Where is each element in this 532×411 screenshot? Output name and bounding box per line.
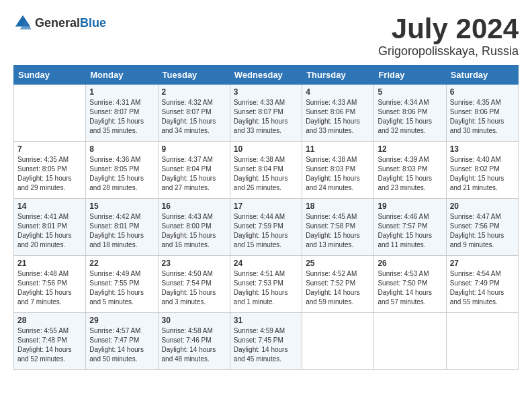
- day-number: 20: [450, 201, 515, 211]
- day-info: Sunrise: 4:59 AM Sunset: 7:45 PM Dayligh…: [234, 326, 298, 364]
- day-number: 2: [162, 87, 226, 97]
- day-number: 10: [234, 144, 298, 154]
- calendar-cell: 12Sunrise: 4:39 AM Sunset: 8:03 PM Dayli…: [374, 142, 446, 199]
- calendar-cell: 31Sunrise: 4:59 AM Sunset: 7:45 PM Dayli…: [230, 313, 302, 370]
- day-number: 3: [234, 87, 298, 97]
- weekday-header-sunday: Sunday: [14, 66, 86, 85]
- calendar-cell: 16Sunrise: 4:43 AM Sunset: 8:00 PM Dayli…: [158, 199, 230, 256]
- day-info: Sunrise: 4:43 AM Sunset: 8:00 PM Dayligh…: [162, 212, 226, 250]
- logo-icon: [13, 13, 32, 32]
- logo-general: General: [35, 16, 80, 30]
- day-number: 1: [89, 87, 154, 97]
- day-number: 11: [306, 144, 370, 154]
- day-info: Sunrise: 4:52 AM Sunset: 7:52 PM Dayligh…: [306, 269, 370, 307]
- calendar-cell: 9Sunrise: 4:37 AM Sunset: 8:04 PM Daylig…: [158, 142, 230, 199]
- week-row-5: 28Sunrise: 4:55 AM Sunset: 7:48 PM Dayli…: [14, 313, 519, 370]
- day-number: 19: [378, 201, 442, 211]
- calendar-cell: 23Sunrise: 4:50 AM Sunset: 7:54 PM Dayli…: [158, 256, 230, 313]
- week-row-4: 21Sunrise: 4:48 AM Sunset: 7:56 PM Dayli…: [14, 256, 519, 313]
- day-number: 7: [17, 144, 82, 154]
- calendar-cell: 21Sunrise: 4:48 AM Sunset: 7:56 PM Dayli…: [14, 256, 86, 313]
- day-info: Sunrise: 4:48 AM Sunset: 7:56 PM Dayligh…: [17, 269, 82, 307]
- day-number: 31: [234, 316, 298, 325]
- day-info: Sunrise: 4:50 AM Sunset: 7:54 PM Dayligh…: [162, 269, 226, 307]
- calendar-cell: 8Sunrise: 4:36 AM Sunset: 8:05 PM Daylig…: [86, 142, 158, 199]
- day-info: Sunrise: 4:33 AM Sunset: 8:07 PM Dayligh…: [234, 98, 298, 136]
- calendar-cell: 2Sunrise: 4:32 AM Sunset: 8:07 PM Daylig…: [158, 85, 230, 142]
- calendar-cell: 30Sunrise: 4:58 AM Sunset: 7:46 PM Dayli…: [158, 313, 230, 370]
- day-info: Sunrise: 4:51 AM Sunset: 7:53 PM Dayligh…: [234, 269, 298, 307]
- page-header: GeneralBlue July 2024 Grigoropolisskaya,…: [13, 13, 519, 58]
- calendar-cell: 20Sunrise: 4:47 AM Sunset: 7:56 PM Dayli…: [446, 199, 518, 256]
- calendar-cell: 15Sunrise: 4:42 AM Sunset: 8:01 PM Dayli…: [86, 199, 158, 256]
- day-number: 14: [17, 201, 82, 211]
- calendar-cell: 29Sunrise: 4:57 AM Sunset: 7:47 PM Dayli…: [86, 313, 158, 370]
- calendar-cell: 18Sunrise: 4:45 AM Sunset: 7:58 PM Dayli…: [302, 199, 374, 256]
- day-info: Sunrise: 4:33 AM Sunset: 8:06 PM Dayligh…: [306, 98, 370, 136]
- day-info: Sunrise: 4:45 AM Sunset: 7:58 PM Dayligh…: [306, 212, 370, 250]
- calendar-cell: 22Sunrise: 4:49 AM Sunset: 7:55 PM Dayli…: [86, 256, 158, 313]
- calendar-table: SundayMondayTuesdayWednesdayThursdayFrid…: [13, 65, 519, 370]
- day-number: 24: [234, 259, 298, 268]
- calendar-cell: [446, 313, 518, 370]
- calendar-cell: 1Sunrise: 4:31 AM Sunset: 8:07 PM Daylig…: [86, 85, 158, 142]
- day-info: Sunrise: 4:55 AM Sunset: 7:48 PM Dayligh…: [17, 326, 82, 364]
- day-number: 22: [89, 259, 154, 268]
- day-info: Sunrise: 4:31 AM Sunset: 8:07 PM Dayligh…: [89, 98, 154, 136]
- calendar-cell: 26Sunrise: 4:53 AM Sunset: 7:50 PM Dayli…: [374, 256, 446, 313]
- day-info: Sunrise: 4:44 AM Sunset: 7:59 PM Dayligh…: [234, 212, 298, 250]
- day-number: 16: [162, 201, 226, 211]
- calendar-cell: 10Sunrise: 4:38 AM Sunset: 8:04 PM Dayli…: [230, 142, 302, 199]
- day-info: Sunrise: 4:47 AM Sunset: 7:56 PM Dayligh…: [450, 212, 515, 250]
- day-number: 21: [17, 259, 82, 268]
- calendar-cell: 24Sunrise: 4:51 AM Sunset: 7:53 PM Dayli…: [230, 256, 302, 313]
- weekday-header-row: SundayMondayTuesdayWednesdayThursdayFrid…: [14, 66, 519, 85]
- day-info: Sunrise: 4:40 AM Sunset: 8:02 PM Dayligh…: [450, 155, 515, 193]
- day-number: 4: [306, 87, 370, 97]
- day-number: 13: [450, 144, 515, 154]
- weekday-header-monday: Monday: [86, 66, 158, 85]
- week-row-3: 14Sunrise: 4:41 AM Sunset: 8:01 PM Dayli…: [14, 199, 519, 256]
- calendar-cell: 17Sunrise: 4:44 AM Sunset: 7:59 PM Dayli…: [230, 199, 302, 256]
- calendar-cell: 19Sunrise: 4:46 AM Sunset: 7:57 PM Dayli…: [374, 199, 446, 256]
- day-number: 29: [89, 316, 154, 325]
- week-row-2: 7Sunrise: 4:35 AM Sunset: 8:05 PM Daylig…: [14, 142, 519, 199]
- day-number: 9: [162, 144, 226, 154]
- day-number: 27: [450, 259, 515, 268]
- weekday-header-wednesday: Wednesday: [230, 66, 302, 85]
- day-number: 26: [378, 259, 442, 268]
- day-info: Sunrise: 4:54 AM Sunset: 7:49 PM Dayligh…: [450, 269, 515, 307]
- weekday-header-saturday: Saturday: [446, 66, 518, 85]
- calendar-cell: 3Sunrise: 4:33 AM Sunset: 8:07 PM Daylig…: [230, 85, 302, 142]
- day-number: 5: [378, 87, 442, 97]
- day-info: Sunrise: 4:34 AM Sunset: 8:06 PM Dayligh…: [378, 98, 442, 136]
- weekday-header-thursday: Thursday: [302, 66, 374, 85]
- calendar-cell: 6Sunrise: 4:35 AM Sunset: 8:06 PM Daylig…: [446, 85, 518, 142]
- day-info: Sunrise: 4:37 AM Sunset: 8:04 PM Dayligh…: [162, 155, 226, 193]
- day-info: Sunrise: 4:35 AM Sunset: 8:05 PM Dayligh…: [17, 155, 82, 193]
- calendar-cell: 11Sunrise: 4:38 AM Sunset: 8:03 PM Dayli…: [302, 142, 374, 199]
- day-info: Sunrise: 4:49 AM Sunset: 7:55 PM Dayligh…: [89, 269, 154, 307]
- day-number: 23: [162, 259, 226, 268]
- day-info: Sunrise: 4:38 AM Sunset: 8:04 PM Dayligh…: [234, 155, 298, 193]
- week-row-1: 1Sunrise: 4:31 AM Sunset: 8:07 PM Daylig…: [14, 85, 519, 142]
- calendar-cell: 4Sunrise: 4:33 AM Sunset: 8:06 PM Daylig…: [302, 85, 374, 142]
- day-info: Sunrise: 4:41 AM Sunset: 8:01 PM Dayligh…: [17, 212, 82, 250]
- calendar-cell: [374, 313, 446, 370]
- day-number: 28: [17, 316, 82, 325]
- day-number: 8: [89, 144, 154, 154]
- month-title: July 2024: [378, 13, 519, 44]
- logo: GeneralBlue: [13, 13, 106, 32]
- day-info: Sunrise: 4:36 AM Sunset: 8:05 PM Dayligh…: [89, 155, 154, 193]
- day-number: 18: [306, 201, 370, 211]
- calendar-cell: 14Sunrise: 4:41 AM Sunset: 8:01 PM Dayli…: [14, 199, 86, 256]
- weekday-header-friday: Friday: [374, 66, 446, 85]
- calendar-cell: 7Sunrise: 4:35 AM Sunset: 8:05 PM Daylig…: [14, 142, 86, 199]
- day-info: Sunrise: 4:39 AM Sunset: 8:03 PM Dayligh…: [378, 155, 442, 193]
- location-title: Grigoropolisskaya, Russia: [378, 44, 519, 58]
- day-info: Sunrise: 4:58 AM Sunset: 7:46 PM Dayligh…: [162, 326, 226, 364]
- calendar-cell: 28Sunrise: 4:55 AM Sunset: 7:48 PM Dayli…: [14, 313, 86, 370]
- day-info: Sunrise: 4:46 AM Sunset: 7:57 PM Dayligh…: [378, 212, 442, 250]
- day-info: Sunrise: 4:57 AM Sunset: 7:47 PM Dayligh…: [89, 326, 154, 364]
- weekday-header-tuesday: Tuesday: [158, 66, 230, 85]
